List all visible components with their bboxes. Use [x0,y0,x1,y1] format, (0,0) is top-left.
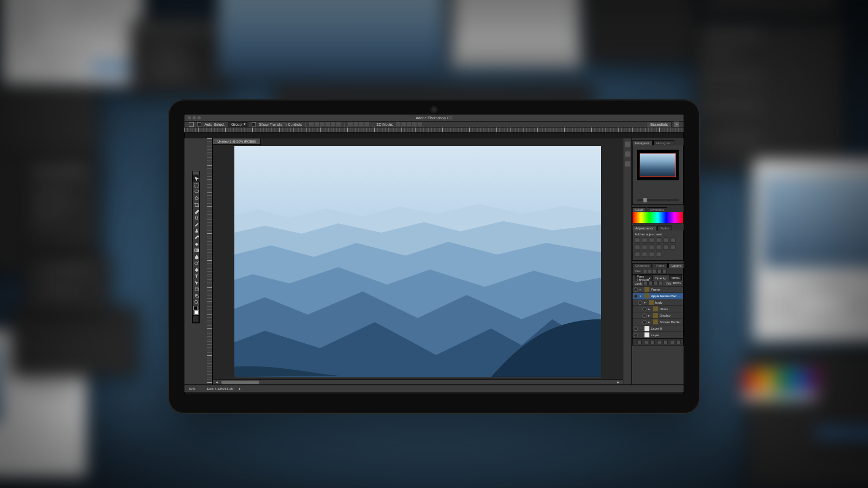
zoom-tool[interactable] [193,299,200,305]
stamp-tool[interactable] [193,227,200,234]
layer-row[interactable]: ▸Gloss [633,306,683,312]
auto-select-mode[interactable]: Group▾ [228,122,248,127]
layer-mask-icon[interactable] [650,340,655,344]
actions-panel-icon[interactable] [625,151,630,157]
fg-bg-swatch[interactable] [193,305,199,315]
opacity-value[interactable]: 100% [669,275,681,280]
new-group-icon[interactable] [663,340,668,344]
disclosure-icon[interactable]: ▸ [640,287,643,291]
zoom-level[interactable]: 50% [189,387,195,390]
properties-panel-icon[interactable] [625,161,630,166]
navigator-thumbnail[interactable] [637,150,679,180]
horizontal-scrollbar[interactable]: ◂ ▸ [213,379,623,384]
blend-mode-select[interactable]: Pass Through ▾ [635,275,653,280]
tab-color[interactable]: Color [632,207,646,212]
visibility-eye-icon[interactable] [634,326,638,331]
eraser-tool[interactable] [193,240,200,247]
doc-info-chevron-icon[interactable]: ▸ [239,387,241,390]
quick-select-tool[interactable] [193,195,200,201]
layer-filter-icons[interactable] [643,269,667,274]
visibility-eye-icon[interactable] [642,320,647,324]
visibility-eye-icon[interactable] [634,333,638,337]
layer-row[interactable]: Layer 0 [633,325,683,332]
collapse-panels-icon[interactable]: » [674,121,679,127]
toolbox-grip[interactable] [193,171,199,175]
layer-row[interactable]: ▸Display [633,312,683,319]
link-layers-icon[interactable] [637,340,642,344]
layer-row[interactable]: ▸Frame [633,286,683,293]
type-tool[interactable] [193,273,200,279]
shape-tool[interactable] [193,286,200,292]
tab-styles[interactable]: Styles [657,226,672,230]
tab-swatches[interactable]: Swatches [647,207,667,212]
gradient-tool[interactable] [193,247,200,253]
tab-paths[interactable]: Paths [653,263,667,268]
visibility-eye-icon[interactable] [634,287,638,292]
visibility-eye-icon[interactable] [634,294,638,298]
ruler-horizontal[interactable] [184,127,684,133]
doc-info[interactable]: Doc: 4.12M/14.3M [207,387,234,390]
svg-rect-3 [195,216,197,220]
disclosure-icon[interactable]: ▸ [648,320,652,324]
layer-row[interactable]: ▸Screen Border [633,319,683,325]
new-fill-icon[interactable] [657,340,661,344]
hand-tool[interactable] [193,292,200,299]
panel-dock: Navigator Histogram Color Swatches [631,138,684,384]
screen-mode[interactable] [193,315,199,323]
blur-tool[interactable] [193,253,200,260]
new-layer-icon[interactable] [670,340,674,344]
mode-3d-icons[interactable] [396,122,422,126]
disclosure-icon[interactable]: ▾ [640,294,643,298]
color-tabs: Color Swatches [632,205,684,212]
disclosure-icon[interactable]: ▸ [648,307,652,311]
scroll-right-icon[interactable]: ▸ [617,380,620,384]
visibility-eye-icon[interactable] [638,300,642,305]
show-transform-checkbox[interactable] [252,122,256,126]
align-icons[interactable] [309,122,341,126]
adjustment-presets[interactable] [635,237,681,257]
layer-row[interactable]: ▾body [633,299,683,306]
screen: Adobe Photoshop CC Auto-Select: Group▾ S… [184,114,684,394]
move-tool-icon[interactable] [189,122,194,127]
tab-channels[interactable]: Channels [632,263,652,268]
visibility-eye-icon[interactable] [642,307,647,311]
tab-layers[interactable]: Layers [668,263,684,268]
auto-select-checkbox[interactable] [197,122,201,126]
lock-icons[interactable] [643,281,663,286]
marquee-tool[interactable] [193,182,200,188]
history-panel-icon[interactable] [625,142,630,147]
pen-tool[interactable] [193,266,200,273]
path-select-tool[interactable] [193,279,200,286]
svg-point-1 [194,190,198,192]
healing-tool[interactable] [193,214,200,221]
document-tab[interactable]: Untitled-1 @ 50% (RGB/8) [213,138,261,145]
layer-fx-icon[interactable] [644,340,648,344]
tab-adjustments[interactable]: Adjustments [632,226,656,230]
tab-histogram[interactable]: Histogram [653,140,674,145]
history-brush-tool[interactable] [193,234,200,240]
navigator-zoom-slider[interactable] [637,199,679,201]
tab-navigator[interactable]: Navigator [632,140,653,145]
scroll-left-icon[interactable]: ◂ [216,380,218,384]
eyedropper-tool[interactable] [193,208,200,214]
layer-row[interactable]: Layer [633,332,683,338]
disclosure-icon[interactable]: ▾ [644,300,647,304]
brush-tool[interactable] [193,221,200,227]
lasso-tool[interactable] [193,188,200,195]
ruler-vertical[interactable] [207,138,213,384]
disclosure-icon[interactable]: ▸ [648,313,652,317]
dodge-tool[interactable] [193,260,200,266]
move-tool[interactable] [193,175,200,182]
visibility-eye-icon[interactable] [642,313,647,318]
distribute-icons[interactable] [348,122,369,126]
layer-name: Frame [651,288,682,291]
folder-icon [649,300,654,305]
color-panel[interactable] [632,212,684,223]
layer-row[interactable]: ▾Apple Retina MacBook Pro [633,293,683,299]
crop-tool[interactable] [193,201,200,208]
document-canvas[interactable] [234,146,601,377]
fill-value[interactable]: 100% [673,281,681,286]
scroll-thumb[interactable] [221,381,259,384]
delete-layer-icon[interactable] [676,340,681,344]
workspace-switcher[interactable]: Essentials [647,121,672,127]
